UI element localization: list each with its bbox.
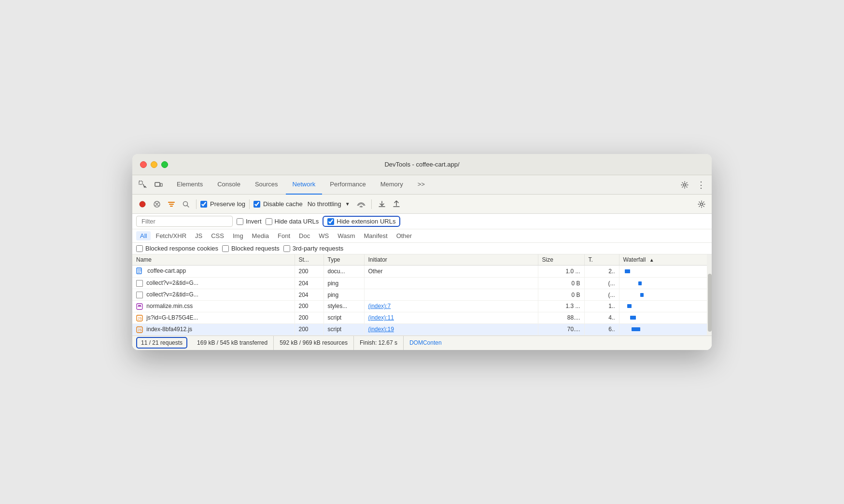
tab-bar-right: ⋮ [678, 178, 708, 192]
blocked-requests-checkbox[interactable] [222, 245, 229, 252]
cell-name: JS js?id=G-LB75G4E... [132, 312, 295, 323]
cell-time: 1.. [584, 301, 619, 312]
network-table-wrapper: Name St... Type Initiator Size [132, 254, 712, 335]
col-header-size[interactable]: Size [538, 254, 584, 266]
type-filter-fetch[interactable]: Fetch/XHR [152, 231, 190, 240]
tab-console[interactable]: Console [211, 175, 247, 195]
import-har-icon[interactable] [376, 198, 388, 210]
col-header-waterfall[interactable]: Waterfall ▲ [619, 254, 712, 266]
col-header-type[interactable]: Type [324, 254, 364, 266]
preserve-log-checkbox[interactable] [200, 201, 207, 208]
row-icon-js: JS [136, 315, 143, 322]
cell-type: ping [324, 278, 364, 289]
cell-initiator: Other [364, 266, 538, 278]
table-row[interactable]: JS index-8bfa4912.js 200 script (index):… [132, 323, 712, 335]
scrollbar-thumb[interactable] [708, 274, 712, 332]
more-options-icon[interactable]: ⋮ [694, 178, 708, 192]
waterfall-bar [625, 269, 630, 273]
title-bar: DevTools - coffee-cart.app/ [132, 154, 712, 175]
type-filter-js[interactable]: JS [191, 231, 206, 240]
cell-size: 0 B [538, 278, 584, 289]
waterfall-bar [627, 304, 632, 308]
type-filter-font[interactable]: Font [274, 231, 294, 240]
throttling-select[interactable]: No throttling ▼ [305, 199, 353, 209]
cell-waterfall [619, 312, 712, 323]
cell-time: (... [584, 289, 619, 301]
type-filter-img[interactable]: Img [229, 231, 247, 240]
cell-size: 70.... [538, 323, 584, 335]
tab-elements[interactable]: Elements [170, 175, 210, 195]
table-row[interactable]: coffee-cart.app 200 docu... Other 1.0 ..… [132, 266, 712, 278]
tab-bar-icons [136, 178, 165, 192]
cell-name: JS index-8bfa4912.js [132, 323, 295, 335]
col-header-name[interactable]: Name [132, 254, 295, 266]
table-row[interactable]: JS js?id=G-LB75G4E... 200 script (index)… [132, 312, 712, 323]
third-party-requests-checkbox[interactable] [283, 245, 290, 252]
table-row[interactable]: normalize.min.css 200 styles... (index):… [132, 301, 712, 312]
table-row[interactable]: collect?v=2&tid=G... 204 ping 0 B (... [132, 278, 712, 289]
maximize-button[interactable] [161, 161, 168, 168]
type-filter-media[interactable]: Media [248, 231, 273, 240]
waterfall-bar [638, 281, 642, 285]
disable-cache-checkbox[interactable] [253, 201, 260, 208]
svg-text:JS: JS [138, 328, 141, 332]
waterfall-bar-container [623, 303, 708, 309]
cell-time: 2.. [584, 266, 619, 278]
type-filter-other[interactable]: Other [393, 231, 416, 240]
col-header-initiator[interactable]: Initiator [364, 254, 538, 266]
cell-status: 204 [295, 289, 324, 301]
tab-network[interactable]: Network [286, 175, 323, 195]
row-icon-checkbox-2 [136, 292, 143, 298]
minimize-button[interactable] [151, 161, 157, 168]
cell-initiator: (index):7 [364, 301, 538, 312]
type-filter-css[interactable]: CSS [207, 231, 228, 240]
network-settings-icon[interactable] [695, 198, 708, 210]
invert-checkbox[interactable] [237, 218, 243, 225]
clear-button[interactable] [151, 198, 163, 210]
hide-extension-urls-checkbox[interactable] [327, 218, 334, 225]
type-filter-manifest[interactable]: Manifest [360, 231, 391, 240]
close-button[interactable] [140, 161, 147, 168]
cell-type: docu... [324, 266, 364, 278]
waterfall-bar [640, 293, 644, 297]
cell-size: 88.... [538, 312, 584, 323]
table-row[interactable]: collect?v=2&tid=G... 204 ping 0 B (... [132, 289, 712, 301]
scrollbar[interactable] [707, 254, 712, 335]
tab-more[interactable]: >> [411, 175, 432, 195]
cell-initiator: (index):19 [364, 323, 538, 335]
svg-rect-0 [139, 181, 142, 184]
inspector-icon[interactable] [136, 178, 150, 192]
network-table: Name St... Type Initiator Size [132, 254, 712, 335]
cell-status: 200 [295, 312, 324, 323]
col-header-time[interactable]: T. [584, 254, 619, 266]
cell-time: (... [584, 278, 619, 289]
tab-memory[interactable]: Memory [374, 175, 410, 195]
export-har-icon[interactable] [390, 198, 403, 210]
tab-performance[interactable]: Performance [323, 175, 372, 195]
type-filter-ws[interactable]: WS [315, 231, 333, 240]
waterfall-bar-container [623, 280, 708, 286]
svg-rect-2 [160, 183, 162, 186]
filter-button[interactable] [165, 198, 178, 210]
settings-gear-icon[interactable] [678, 178, 691, 192]
row-icon-document [136, 267, 144, 275]
preserve-log-checkbox-group: Preserve log [200, 200, 245, 208]
tab-sources[interactable]: Sources [248, 175, 285, 195]
filter-input[interactable] [136, 216, 233, 227]
cell-status: 200 [295, 323, 324, 335]
device-toggle-icon[interactable] [152, 178, 165, 192]
waterfall-bar-container [623, 315, 708, 321]
network-conditions-icon[interactable] [355, 198, 367, 210]
window-title: DevTools - coffee-cart.app/ [384, 161, 459, 168]
search-button[interactable] [180, 198, 192, 210]
col-header-status[interactable]: St... [295, 254, 324, 266]
svg-rect-1 [155, 182, 160, 186]
blocked-cookies-checkbox[interactable] [136, 245, 143, 252]
record-button[interactable] [136, 198, 149, 210]
hide-data-urls-checkbox[interactable] [266, 218, 272, 225]
type-filter-all[interactable]: All [136, 231, 151, 240]
type-filter-doc[interactable]: Doc [295, 231, 314, 240]
toolbar-separator-3 [371, 199, 372, 209]
toolbar-separator-1 [196, 199, 197, 209]
type-filter-wasm[interactable]: Wasm [334, 231, 359, 240]
